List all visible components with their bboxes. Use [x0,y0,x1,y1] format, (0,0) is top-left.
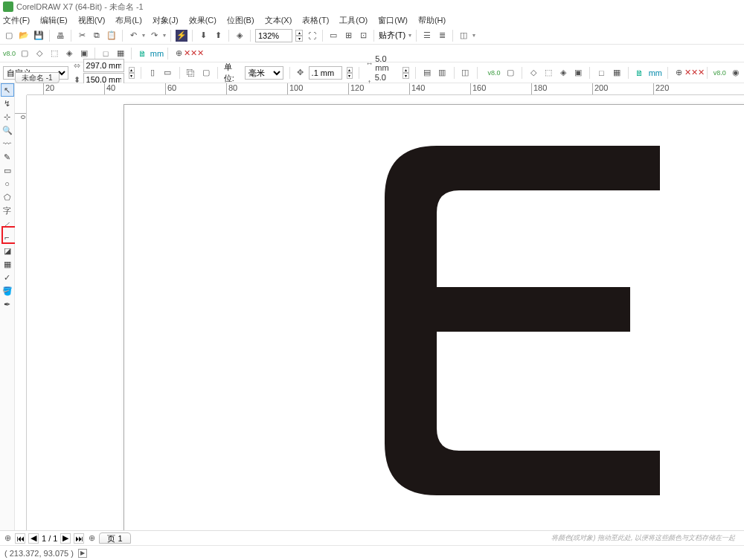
menu-tools[interactable]: 工具(O) [339,15,368,26]
size-spinner[interactable]: ▴▾ [129,67,135,79]
rectangle-tool-icon[interactable]: ▭ [1,164,14,177]
canvas-area[interactable] [27,95,744,530]
prop-icon-1[interactable]: ▤ [422,67,432,79]
macro-icon-2[interactable]: ◇ [33,48,45,59]
menu-effect[interactable]: 效果(C) [189,15,217,26]
ext-icon-2[interactable]: ◇ [528,67,539,79]
redo-icon[interactable]: ↷ [148,30,160,42]
ext-icon-3[interactable]: ⬚ [543,67,554,79]
document-tab[interactable]: 未命名 -1 [15,72,60,83]
copy-icon[interactable]: ⧉ [91,30,103,42]
portrait-icon[interactable]: ▯ [147,67,158,79]
landscape-icon[interactable]: ▭ [162,67,173,79]
ext-icon-1[interactable]: ▢ [504,67,515,79]
transparency-icon[interactable]: ▦ [1,257,14,271]
menu-edit[interactable]: 编辑(E) [40,15,68,26]
horizontal-ruler[interactable]: 020406080100120140160180200220 [27,83,744,95]
menu-view[interactable]: 视图(V) [78,15,106,26]
app-dropdown-icon[interactable]: ▾ [472,32,475,39]
save-icon[interactable]: 💾 [33,30,45,42]
app-launcher-icon[interactable]: ◫ [458,30,469,42]
ext-icon-8[interactable]: ⊕ [674,67,684,79]
menu-object[interactable]: 对象(J) [153,15,179,26]
fill-tool-icon[interactable]: 🪣 [1,284,14,297]
current-page-icon[interactable]: ▢ [201,67,211,79]
import-icon[interactable]: ⬇ [197,30,209,42]
dup-spinner[interactable]: ▴▾ [403,67,409,79]
macro-icon-7[interactable]: ▦ [115,48,126,59]
ext-icon-5[interactable]: ▣ [573,67,583,79]
search-content-icon[interactable]: ⚡ [176,30,187,42]
outline-tool-icon[interactable]: ✒ [1,297,14,311]
menu-table[interactable]: 表格(T) [302,15,329,26]
menu-file[interactable]: 文件(F) [3,15,30,26]
all-pages-icon[interactable]: ⿻ [185,67,196,79]
macro-icon-6[interactable]: □ [100,48,112,59]
artistic-media-icon[interactable]: ✎ [1,150,14,164]
letter-e-shape[interactable] [385,146,660,495]
page-canvas[interactable] [124,104,744,530]
prev-page-icon[interactable]: ◀ [28,533,39,544]
ext-icon-9[interactable]: ◉ [731,67,741,79]
page-width-input[interactable] [83,59,124,72]
drop-shadow-icon[interactable]: ◪ [1,244,14,257]
paste-icon[interactable]: 📋 [106,30,118,42]
macro-xxx-icon[interactable]: ✕✕✕ [187,48,199,59]
zoom-tool-icon[interactable]: 🔍 [1,123,14,137]
nudge-spinner[interactable]: ▴▾ [347,67,353,79]
last-page-icon[interactable]: ⏭ [74,533,84,544]
menu-bitmap[interactable]: 位图(B) [227,15,254,26]
add-page-after-icon[interactable]: ⊕ [87,534,96,543]
page-tab[interactable]: 页 1 [99,532,130,544]
next-page-icon[interactable]: ▶ [60,533,71,544]
zoom-spinner[interactable]: ▴▾ [295,30,303,42]
freehand-tool-icon[interactable]: 〰 [1,137,14,150]
prop-icon-3[interactable]: ◫ [460,67,470,79]
cut-icon[interactable]: ✂ [76,30,88,42]
ext-xxx-icon[interactable]: ✕✕✕ [689,67,701,79]
export-icon[interactable]: ⬆ [212,30,224,42]
new-icon[interactable]: ▢ [3,30,15,42]
text-tool-icon[interactable]: 字 [1,204,14,217]
show-rulers-icon[interactable]: ▭ [327,30,339,42]
ext-doc-icon[interactable]: 🗎 [635,67,645,79]
menu-layout[interactable]: 布局(L) [115,15,141,26]
polygon-tool-icon[interactable]: ⬠ [1,190,14,204]
ext-icon-6[interactable]: □ [596,67,606,79]
first-page-icon[interactable]: ⏮ [15,533,25,544]
ellipse-tool-icon[interactable]: ○ [1,177,14,190]
show-grid-icon[interactable]: ⊞ [342,30,354,42]
connector-tool-icon[interactable]: ⌐ [1,231,14,244]
ext-icon-4[interactable]: ◈ [558,67,568,79]
undo-dropdown-icon[interactable]: ▾ [142,32,145,39]
options-icon[interactable]: ☰ [421,30,433,42]
eyedropper-icon[interactable]: ✓ [1,271,14,284]
prop-icon-2[interactable]: ▥ [437,67,447,79]
print-icon[interactable]: 🖶 [54,30,66,42]
ext-mm-icon[interactable]: mm [650,67,661,79]
undo-icon[interactable]: ↶ [127,30,139,42]
show-guides-icon[interactable]: ⊡ [357,30,369,42]
crop-tool-icon[interactable]: ⊹ [1,110,14,123]
parallel-dim-icon[interactable]: ⟋ [1,217,14,231]
add-page-icon[interactable]: ⊕ [3,534,12,543]
play-icon[interactable]: ▶ [78,549,87,558]
menu-window[interactable]: 窗口(W) [378,15,408,26]
zoom-input[interactable] [255,29,292,42]
macro-mm-icon[interactable]: mm [151,48,163,59]
launch-icon[interactable]: ≣ [436,30,448,42]
snap-button[interactable]: 贴齐(T) [379,30,405,41]
menu-help[interactable]: 帮助(H) [418,15,446,26]
pick-tool-icon[interactable]: ↖ [1,83,14,97]
nudge-input[interactable] [309,66,342,80]
macro-icon-3[interactable]: ⬚ [48,48,60,59]
vertical-ruler[interactable]: 0 [15,95,27,530]
redo-dropdown-icon[interactable]: ▾ [163,32,166,39]
publish-pdf-icon[interactable]: ◈ [234,30,246,42]
macro-icon-1[interactable]: ▢ [19,48,31,59]
units-select[interactable]: 毫米 [245,66,284,80]
fullscreen-icon[interactable]: ⛶ [306,30,318,42]
macro-doc-icon[interactable]: 🗎 [136,48,148,59]
shape-tool-icon[interactable]: ↯ [1,97,14,110]
ext-icon-7[interactable]: ▦ [612,67,622,79]
